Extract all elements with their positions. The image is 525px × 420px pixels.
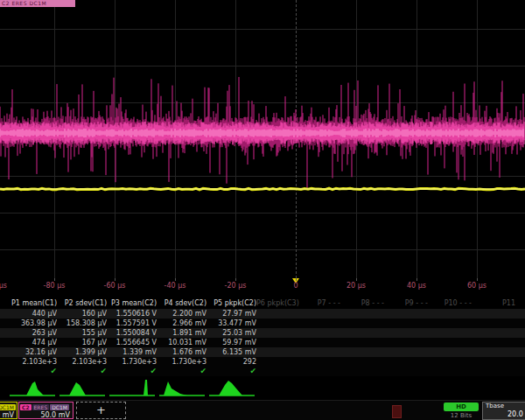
measure-value: 32.16 µV [7,347,57,357]
hd-mode-badge[interactable]: HD [444,402,479,411]
channel-descriptor-c2[interactable]: C2 ERES DC1M 50.0 mV [18,402,74,419]
measure-value: 10.031 mV [157,338,206,347]
param-header[interactable]: P4 sdev(C2) [157,298,206,309]
measure-value: 1.339 mV [107,347,157,357]
param-header-unused[interactable]: P10 - - - [431,298,475,309]
measure-value: 1.557591 V [107,318,157,328]
measure-value: 1.730e+3 [107,357,157,367]
measure-value: 2.103e+3 [57,357,107,367]
time-axis-tick [416,278,417,281]
status-bar: DC1M 10.0 mV C2 ERES DC1M 50.0 mV + HD 1… [0,400,525,420]
waveform-traces [0,0,525,278]
measure-value: 2.103e+3 [7,357,57,367]
c1-coupling-badge: DC1M [0,404,16,410]
time-axis-label: -20 µs [211,282,260,290]
param-header[interactable]: P1 mean(C1) [7,298,57,309]
time-axis-label: -60 µs [90,282,139,290]
c2-eres-badge: ERES [32,404,50,410]
timebase-title: Tbase [483,402,525,410]
param-header[interactable]: P3 mean(C2) [107,298,157,309]
measure-value: 167 µV [57,338,107,347]
measure-value: 1.550616 V [107,309,157,318]
measure-value: 474 µV [7,338,57,347]
measure-value: 2.966 mV [157,318,206,328]
time-axis-label: -100 µs [0,282,18,290]
measure-row: 32.16 µV1.399 µV1.339 mV1.676 mV6.135 mV [0,347,525,357]
measure-value: 1.399 µV [57,347,107,357]
measure-value: 1.891 mV [157,328,206,338]
time-axis-label: 80 µs [513,282,525,290]
measure-row: 474 µV167 µV1.556645 V10.031 mV59.97 mV [0,338,525,347]
param-header-unused[interactable]: P9 - - - [388,298,431,309]
measure-value: 1.730e+3 [157,357,206,367]
add-trace-button[interactable]: + [76,402,126,419]
time-axis: -100 µs-80 µs-60 µs-40 µs-20 µs020 µs40 … [0,278,525,298]
hd-bits-label: 12 Bits [444,412,479,419]
measure-value: 2.200 mV [157,309,206,318]
oscilloscope-screen: C2 ERES DC1M -100 µs-80 µs-60 µs-40 µs-2… [0,0,525,420]
time-axis-tick [296,278,297,281]
measure-row: 263 µV155 µV1.550084 V1.891 mV25.03 mV [0,328,525,338]
measure-value: 158.308 µV [57,318,107,328]
param-header-unused[interactable]: P6 pkpk(C3) [256,298,300,309]
measure-value: 33.477 mV [206,318,256,328]
measure-value: 25.03 mV [206,328,256,338]
param-header-unused[interactable]: P7 - - - [300,298,344,309]
measure-value: 263 µV [7,328,57,338]
histicon-p2[interactable] [57,378,108,399]
measure-value: 363.98 µV [7,318,57,328]
measure-value: 155 µV [57,328,107,338]
time-axis-label: 0 [271,282,320,290]
time-axis-tick [356,278,357,281]
measure-value: 1.676 mV [157,347,206,357]
measure-value: 27.97 mV [206,309,256,318]
histicon-p4[interactable] [157,378,207,399]
channel-descriptor-c1[interactable]: DC1M 10.0 mV [0,402,18,419]
c2-volts-per-div: 50.0 mV [19,411,73,420]
measure-value: 160 µV [57,309,107,318]
measure-row: 2.103e+32.103e+31.730e+31.730e+3292 [0,357,525,367]
time-axis-label: -40 µs [150,282,200,290]
trace-annotation-c2[interactable]: C2 ERES DC1M [0,0,75,7]
time-axis-tick [175,278,176,281]
histicon-p5[interactable] [206,378,257,399]
histicon-row [0,376,525,400]
param-header[interactable]: P5 pkpk(C2) [206,298,256,309]
timebase-value: 20.0 µs [483,410,525,419]
c2-coupling-badge: DC1M [50,404,69,410]
c2-channel-badge: C2 [20,404,32,410]
time-axis-tick [54,278,55,281]
param-header-unused[interactable]: P8 - - - [344,298,388,309]
measure-value: 292 [206,357,256,367]
histicon-p1[interactable] [7,378,58,399]
param-header-unused[interactable]: P11 [475,298,519,309]
measure-value: 1.550084 V [107,328,157,338]
waveform-grid-area: C2 ERES DC1M [0,0,525,278]
measure-row: 440 µV160 µV1.550616 V2.200 mV27.97 mV [0,309,525,318]
time-axis-tick [477,278,478,281]
time-axis-label: -80 µs [30,282,79,290]
timebase-descriptor[interactable]: Tbase 20.0 µs [482,402,525,420]
time-axis-label: 20 µs [332,282,381,290]
time-axis-tick [235,278,236,281]
measure-value: 6.135 mV [206,347,256,357]
time-axis-label: 40 µs [392,282,441,290]
measure-value: 440 µV [7,309,57,318]
time-axis-label: 60 µs [452,282,501,290]
histicon-p3[interactable] [107,378,158,399]
param-header[interactable]: P2 sdev(C1) [57,298,107,309]
c1-volts-per-div: 10.0 mV [0,411,17,420]
measure-row: 363.98 µV158.308 µV1.557591 V2.966 mV33.… [0,318,525,328]
time-axis-tick [115,278,116,281]
measure-value: 1.556645 V [107,338,157,347]
measurement-table: P1 mean(C1)P2 sdev(C1)P3 mean(C2)P4 sdev… [0,298,525,377]
partial-descriptor-box[interactable] [392,405,402,418]
measure-value: 59.97 mV [206,338,256,347]
